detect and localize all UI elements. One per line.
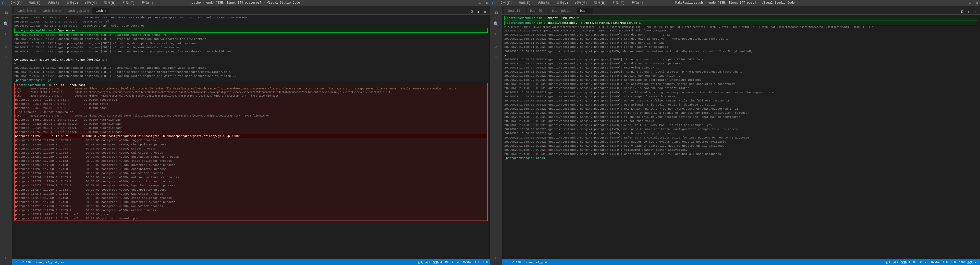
split-editor-icon[interactable]: ⧉ (469, 9, 474, 14)
term-line: 20220523:17:58:00:000528 gpactivatestand… (504, 148, 978, 152)
term-line: postgres 116752 25084 0 17:42 pts/6 00:0… (15, 130, 487, 134)
close-icon[interactable]: ✕ (104, 10, 106, 13)
term-line: [postgres@song148 ~]$ (14, 78, 488, 82)
term-line: postgres 117278 117250 0 17:53 ? 00:00:0… (15, 204, 487, 208)
term-line: 20220523:17:58:15:000528 gpactivatestand… (504, 70, 978, 74)
explorer-icon-r[interactable]: ⧉ (491, 8, 501, 18)
spaces: 空格:4 (433, 260, 442, 264)
export-cmd-highlight: [postgres@song147 bin]$ export PGPORT=54… (504, 16, 978, 21)
close-icon[interactable]: ✕ (34, 10, 36, 13)
term-line: postgres 117266 117250 0 17:53 ? 00:00:0… (15, 167, 487, 171)
tab-bash-r1[interactable]: bash 脚 ✕ (527, 7, 548, 14)
term-line: 20220523:17:58:00:000528 gpactivatestand… (504, 78, 978, 82)
term-line: postgres 117281 117250 0 17:53 ? 00:00:0… (15, 208, 487, 212)
menu-terminal[interactable]: 终端(T) (121, 0, 137, 6)
term-line: postgres 117273 117250 0 17:53 ? 00:00:0… (15, 184, 487, 188)
source-control-icon-r[interactable]: ⑂ (491, 30, 501, 40)
right-activity-bar: ⧉ 🔍 ⑂ ▷ ⊞ ⚙ (490, 6, 502, 265)
term-line: 20220523:17:58:00:000528 gpactivatestand… (504, 152, 978, 156)
left-terminal-tabs: bash 脚本 ✕ bash 脚本 ✕ bash gdpta ✕ bash (12, 6, 490, 14)
menu-run-r[interactable]: 运行(R) (592, 0, 608, 6)
tab-label: bash 脚本 (18, 9, 33, 13)
menu-edit-r[interactable]: 编辑(E) (517, 0, 533, 6)
term-line: postgres 117264 117250 0 17:53 ? 00:00:0… (15, 159, 487, 163)
menu-select[interactable]: 选择(S) (46, 0, 62, 6)
term-line: 20220523:17:58:00:000528 gpactivatestand… (504, 144, 978, 148)
close-icon[interactable]: ✕ (589, 10, 590, 13)
maximize-panel-icon[interactable]: ⬆ (476, 9, 481, 14)
tab-bash-active[interactable]: bash ✕ (92, 7, 109, 14)
menu-file[interactable]: 文件(F) (8, 0, 24, 6)
split-editor-icon-r[interactable]: ⧉ (959, 9, 965, 14)
tab-bash-r-active[interactable]: bash ✕ (577, 7, 593, 14)
app-icon-right: ⬡ (492, 1, 495, 5)
term-line: postgres 117274 117250 0 17:53 ? 00:00:0… (15, 188, 487, 192)
tab-label: bash (580, 9, 587, 13)
settings-icon-r[interactable]: ⚙ (491, 253, 501, 263)
term-line: 20220523:17:58:00:000528 gpactivatestand… (504, 127, 978, 131)
menu-file-r[interactable]: 文件(F) (498, 0, 514, 6)
line-ending: LF (457, 260, 460, 264)
term-line: 20200523:17:55:21:117519 gpstop:song148:… (14, 74, 488, 78)
term-line: 20220523:17:58:11:000528 gpactivatestand… (504, 37, 978, 41)
left-terminal-content[interactable]: postgres 117334 117284 0 17:53 ? 00:00:0… (12, 14, 490, 259)
menu-help-r[interactable]: 帮助(H) (630, 0, 646, 6)
debug-icon[interactable]: ▷ (1, 42, 11, 52)
menu-view[interactable]: 查看(V) (65, 0, 80, 6)
close-icon[interactable]: ✕ (544, 10, 545, 13)
term-line: 20220523:17:58:11:000528 gpactivatestand… (504, 29, 978, 33)
tab-gdpta[interactable]: bash gdpta ✕ (64, 7, 92, 14)
tab-bash-2[interactable]: bash 脚本 ✕ (39, 7, 64, 14)
menu-goto[interactable]: 转到(G) (83, 0, 99, 6)
menu-terminal-r[interactable]: 终端(T) (611, 0, 627, 6)
term-line: postgres 82425 25084 0 18:55 pts/3 00:00… (15, 122, 487, 126)
close-icon[interactable]: ✕ (59, 10, 61, 13)
menu-edit[interactable]: 编辑(E) (27, 0, 43, 6)
term-line: 20220523:17:58:00:000528 gpactivatestand… (504, 123, 978, 127)
search-icon[interactable]: 🔍 (1, 19, 11, 29)
explorer-icon[interactable]: ⧉ (1, 8, 11, 18)
term-line: postgres 117261 117250 0 17:53 ? 00:00:0… (15, 147, 487, 151)
term-line: postgres 20678 20671 0 17:53 ? 00:00:00 … (15, 106, 487, 110)
extensions-icon-r[interactable]: ⊞ (491, 53, 501, 63)
close-panel-icon-r[interactable]: ✕ (973, 9, 978, 14)
tab-label: install (508, 9, 520, 13)
right-menu-bar: ⬡ 文件(F) 编辑(E) 选择(S) 查看(V) 转到(G) 运行(R) 终端… (492, 0, 646, 6)
close-icon[interactable]: ✕ (572, 10, 573, 13)
term-line: [postgres@song147 bin]$ gpactivatestandb… (505, 21, 977, 25)
right-title-bar: ⬡ 文件(F) 编辑(E) 选择(S) 查看(V) 转到(G) 运行(R) 终端… (490, 0, 980, 6)
term-line: postgres 117263 117250 0 17:53 ? 00:00:0… (15, 155, 487, 159)
term-line: 20220523:17:58:11:000528 gpactivatestand… (504, 33, 978, 37)
term-line: postgres 117262 117250 0 17:53 ? 00:00:0… (15, 151, 487, 155)
tab-install[interactable]: install ✕ (504, 7, 526, 14)
term-line: 20200523:17:55:18:117519 gpstop:song148:… (14, 37, 488, 41)
tab-bash-1[interactable]: bash 脚本 ✕ (14, 7, 39, 14)
term-line: 20220523:17:58:00:000528 gpactivatestand… (504, 99, 978, 103)
menu-help[interactable]: 帮助(H) (140, 0, 156, 6)
menu-run[interactable]: 运行(R) (102, 0, 118, 6)
close-icon[interactable]: ✕ (522, 10, 523, 13)
close-icon[interactable]: ✕ (87, 10, 89, 13)
maximize-panel-icon-r[interactable]: ⬆ (966, 9, 971, 14)
search-icon-r[interactable]: 🔍 (491, 19, 501, 29)
debug-icon-r[interactable]: ▷ (491, 42, 501, 52)
settings-icon[interactable]: ⚙ (1, 253, 11, 263)
menu-select-r[interactable]: 选择(S) (536, 0, 552, 6)
close-panel-icon[interactable]: ✕ (483, 9, 488, 14)
tab-gdpta-r[interactable]: bash gdpta ✕ (549, 7, 576, 14)
term-line: postgres 117275 117250 0 17:53 ? 00:00:0… (15, 192, 487, 196)
right-terminal-content[interactable]: [postgres@song147 bin]$ export PGPORT=54… (502, 14, 980, 259)
menu-goto-r[interactable]: 转到(G) (573, 0, 589, 6)
cdn-info: CSDN 点赞 +1 (959, 260, 978, 264)
menu-view-r[interactable]: 查看(V) (555, 0, 570, 6)
term-line: y (504, 53, 978, 57)
term-line: 20220523:17:58:11:000528 gpactivatestand… (504, 41, 978, 45)
term-line: 20220523:17:58:00:000528 gpactivatestand… (504, 91, 978, 94)
activate-cmd-highlight: [postgres@song147 bin]$ gpactivatestandb… (504, 21, 978, 25)
spaces-r: 空格:4 (901, 260, 910, 264)
source-control-icon[interactable]: ⑂ (1, 30, 11, 40)
extensions-icon[interactable]: ⊞ (1, 53, 11, 63)
term-line: 20220523:17:58:00:000528 gpactivatestand… (504, 82, 978, 86)
left-title-bar: ⬡ 文件(F) 编辑(E) 选择(S) 查看(V) 转到(G) 运行(R) 终端… (0, 0, 490, 6)
term-line: postgres 117276 117250 0 17:53 ? 00:00:0… (15, 200, 487, 204)
